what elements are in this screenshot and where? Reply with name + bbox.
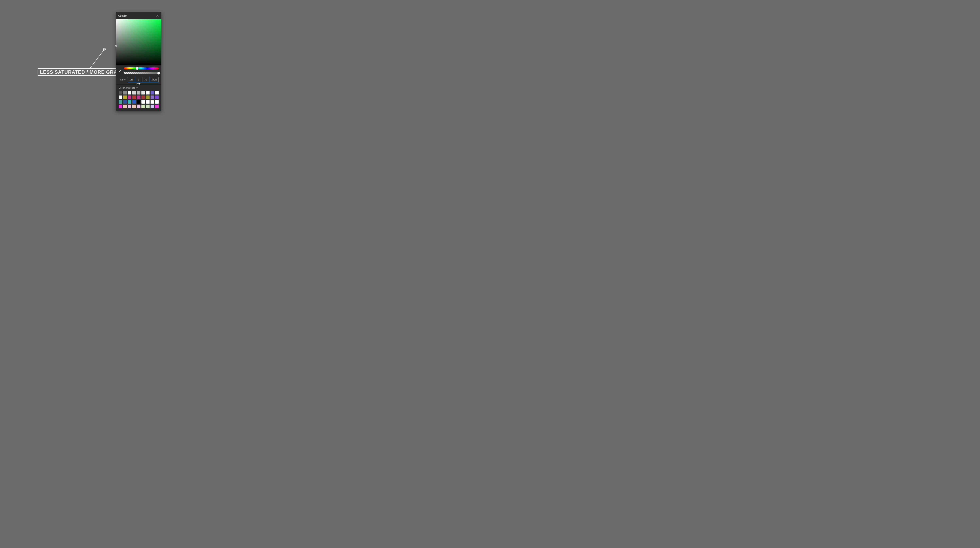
- swatch[interactable]: [123, 105, 127, 108]
- swatch[interactable]: [132, 105, 136, 108]
- swatch[interactable]: [146, 100, 150, 103]
- swatch[interactable]: [119, 105, 122, 108]
- swatch[interactable]: [142, 100, 145, 103]
- annotation-label: LESS SATURATED / MORE GRAY: [38, 68, 123, 76]
- swatch[interactable]: [137, 100, 140, 103]
- swatch[interactable]: [137, 105, 140, 108]
- hsb-input-group: 137 0 41 100%: [127, 77, 159, 83]
- swatch[interactable]: [155, 95, 159, 99]
- swatch[interactable]: [142, 91, 145, 94]
- sb-field-handle[interactable]: [115, 45, 117, 47]
- swatch-grid: [119, 91, 159, 108]
- swatch[interactable]: [151, 95, 154, 99]
- swatch[interactable]: [151, 105, 154, 108]
- swatch[interactable]: [151, 91, 154, 94]
- swatch[interactable]: [132, 95, 136, 99]
- alpha-slider-handle[interactable]: [157, 72, 160, 75]
- swatch[interactable]: [142, 95, 145, 99]
- document-colors-label: Document colors: [119, 87, 135, 89]
- color-picker-panel: Custom: [116, 12, 161, 111]
- swatch[interactable]: [119, 95, 122, 99]
- svg-line-0: [90, 49, 105, 68]
- swatch[interactable]: [155, 105, 159, 108]
- swatch[interactable]: [151, 100, 154, 103]
- swatch[interactable]: [119, 100, 122, 103]
- chevron-down-icon: [136, 87, 138, 89]
- alpha-slider[interactable]: [124, 72, 159, 74]
- swatch[interactable]: [132, 100, 136, 103]
- eyedropper-icon[interactable]: [119, 69, 122, 72]
- brightness-input[interactable]: 41: [142, 77, 150, 82]
- swatch[interactable]: [123, 91, 127, 94]
- svg-point-1: [103, 48, 105, 50]
- panel-title: Custom: [118, 14, 127, 17]
- close-icon[interactable]: [156, 14, 159, 17]
- document-colors-toggle[interactable]: Document colors: [119, 87, 159, 89]
- swatch[interactable]: [128, 105, 131, 108]
- color-mode-dropdown[interactable]: HSB: [119, 78, 126, 81]
- swatch[interactable]: [137, 91, 140, 94]
- swatch[interactable]: [146, 91, 150, 94]
- hue-input[interactable]: 137: [128, 77, 135, 82]
- swatch[interactable]: [123, 95, 127, 99]
- saturation-input[interactable]: 0: [135, 77, 142, 82]
- swatch[interactable]: [119, 91, 122, 94]
- chevron-down-icon: [124, 78, 126, 81]
- swatch[interactable]: [142, 105, 145, 108]
- hue-slider-handle[interactable]: [136, 67, 138, 70]
- swatch[interactable]: [155, 100, 159, 103]
- picker-controls: HSB 137 0 41 100%: [116, 65, 161, 84]
- swatch[interactable]: [155, 91, 159, 94]
- swatch[interactable]: [132, 91, 136, 94]
- color-mode-label: HSB: [119, 78, 123, 81]
- swatch[interactable]: [146, 105, 150, 108]
- swatch[interactable]: [128, 91, 131, 94]
- swatch[interactable]: [128, 95, 131, 99]
- panel-header: Custom: [116, 12, 161, 19]
- swatch[interactable]: [123, 100, 127, 103]
- saturation-brightness-field[interactable]: [116, 19, 161, 65]
- swatch[interactable]: [128, 100, 131, 103]
- swatch[interactable]: [146, 95, 150, 99]
- hue-slider[interactable]: [124, 67, 159, 69]
- alpha-input[interactable]: 100%: [150, 77, 159, 82]
- swatch[interactable]: [137, 95, 140, 99]
